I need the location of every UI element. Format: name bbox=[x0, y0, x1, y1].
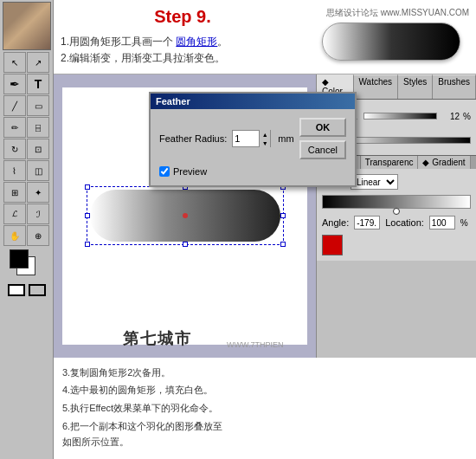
line-tool[interactable]: ╱ bbox=[3, 95, 26, 116]
fill-icon[interactable] bbox=[8, 284, 25, 296]
scale-tool[interactable]: ⊡ bbox=[27, 139, 49, 159]
zoom-tool[interactable]: ⊕ bbox=[27, 225, 49, 246]
mesh-tool[interactable]: ⊞ bbox=[3, 182, 26, 203]
feather-dialog-titlebar: Feather bbox=[151, 94, 355, 109]
feather-radius-input-group: ▲ ▼ bbox=[232, 130, 271, 147]
top-section: Step 9. 1.用圆角矩形工具画一个 圆角矩形。 2.编辑渐变，用渐变工具拉… bbox=[54, 0, 476, 74]
bottom-instructions: 3.复制圆角矩形2次备用。 4.选中最初的圆角矩形，填充白色。 5.执行Effe… bbox=[54, 358, 476, 459]
feather-dialog: Feather Feather Radius: ▲ ▼ bbox=[149, 92, 357, 187]
rotate-tool[interactable]: ↻ bbox=[3, 139, 26, 159]
feather-radius-input[interactable] bbox=[233, 133, 259, 144]
canvas-area: 第七城市 WWW.7THPIEN Feather Feather Radius: bbox=[54, 74, 316, 357]
warp-tool[interactable]: ⌇ bbox=[3, 160, 26, 181]
watermark-text: 思绪设计论坛 www.MISSYUAN.COM bbox=[326, 7, 469, 19]
tab-watches[interactable]: Watches bbox=[354, 74, 399, 99]
location-pct: % bbox=[460, 218, 468, 228]
color-slider-group: K 12 % bbox=[351, 112, 471, 123]
k-pct: % bbox=[463, 112, 471, 121]
dialog-buttons: OK Cancel bbox=[299, 118, 346, 159]
angle-row: Angle: Location: % bbox=[322, 216, 471, 230]
step-title: Step 9. bbox=[61, 7, 305, 27]
handle-bl[interactable] bbox=[85, 242, 90, 247]
instruction-3: 3.复制圆角矩形2次备用。 bbox=[62, 365, 467, 381]
location-label: Location: bbox=[385, 217, 424, 228]
spinner-up[interactable]: ▲ bbox=[260, 130, 270, 139]
feather-unit: mm bbox=[278, 133, 293, 144]
type-tool[interactable]: T bbox=[27, 74, 49, 94]
selected-object[interactable] bbox=[90, 190, 280, 242]
ok-button[interactable]: OK bbox=[299, 118, 346, 137]
canvas-cn-text: 第七城市 bbox=[123, 328, 192, 349]
handle-mr[interactable] bbox=[280, 213, 286, 218]
stroke-icon[interactable] bbox=[29, 284, 46, 296]
preview-rounded-rect bbox=[322, 23, 460, 61]
rect-tool[interactable]: ▭ bbox=[27, 95, 49, 116]
preview-row: Preview bbox=[159, 166, 346, 177]
eyedropper-tool[interactable]: 𝓛 bbox=[3, 204, 26, 224]
pen-tool[interactable]: ✒ bbox=[3, 74, 26, 94]
tab-gradient[interactable]: ◆ Gradient bbox=[418, 156, 470, 169]
direct-select-tool[interactable]: ↗ bbox=[27, 52, 49, 73]
tab-transparency[interactable]: Transparenc bbox=[361, 156, 419, 169]
handle-ml[interactable] bbox=[85, 213, 90, 218]
step-text-1: 1.用圆角矩形工具画一个 圆角矩形。 bbox=[61, 34, 305, 50]
location-input[interactable] bbox=[429, 216, 455, 230]
tab-brushes[interactable]: Brushes bbox=[433, 74, 476, 99]
feather-dialog-body: Feather Radius: ▲ ▼ mm OK bbox=[151, 109, 355, 185]
tool-group: ↖ ↗ ✒ T ╱ ▭ ✏ ⌸ ↻ ⊡ ⌇ ◫ ⊞ ✦ 𝓛 ℐ ✋ ⊕ bbox=[3, 52, 50, 246]
gradient-thumb[interactable] bbox=[393, 208, 400, 215]
cancel-button[interactable]: Cancel bbox=[299, 140, 346, 159]
blend-tool[interactable]: ✦ bbox=[27, 182, 49, 203]
canvas-url-text: WWW.7THPIEN bbox=[227, 340, 284, 349]
foreground-color-box[interactable] bbox=[10, 249, 29, 268]
instruction-6: 6.把一个副本和这个羽化的图形叠放至如图所示位置。 bbox=[62, 418, 467, 450]
instruction-4: 4.选中最初的圆角矩形，填充白色。 bbox=[62, 382, 467, 398]
instruction-5: 5.执行Effect效果菜单下的羽化命令。 bbox=[62, 400, 467, 417]
handle-bc[interactable] bbox=[183, 242, 188, 247]
k-value: 12 bbox=[441, 112, 460, 121]
avatar bbox=[3, 2, 51, 50]
preview-checkbox[interactable] bbox=[159, 166, 170, 177]
feather-radius-row: Feather Radius: ▲ ▼ mm OK bbox=[159, 118, 346, 159]
handle-tl[interactable] bbox=[85, 184, 90, 190]
hand-tool[interactable]: ✋ bbox=[3, 225, 26, 246]
angle-input[interactable] bbox=[354, 216, 380, 230]
step-text-2: 2.编辑渐变，用渐变工具拉渐变色。 bbox=[61, 50, 305, 67]
color-swatch-group bbox=[10, 249, 44, 281]
content-area: Step 9. 1.用圆角矩形工具画一个 圆角矩形。 2.编辑渐变，用渐变工具拉… bbox=[54, 0, 476, 459]
step-instructions: Step 9. 1.用圆角矩形工具画一个 圆角矩形。 2.编辑渐变，用渐变工具拉… bbox=[61, 7, 305, 67]
brush-tool[interactable]: ⌸ bbox=[27, 117, 49, 138]
gradient-tool[interactable]: ◫ bbox=[27, 160, 49, 181]
stroke-fill-icons bbox=[8, 284, 46, 296]
gradient-red-swatch[interactable] bbox=[322, 235, 343, 255]
bottom-section: 3.复制圆角矩形2次备用。 4.选中最初的圆角矩形，填充白色。 5.执行Effe… bbox=[54, 358, 476, 459]
preview-label: Preview bbox=[173, 166, 207, 177]
measure-tool[interactable]: ℐ bbox=[27, 204, 49, 224]
feather-radius-label: Feather Radius: bbox=[159, 133, 227, 144]
middle-section: 第七城市 WWW.7THPIEN Feather Feather Radius: bbox=[54, 74, 476, 357]
highlight-rounded-rect: 圆角矩形 bbox=[176, 36, 217, 48]
k-slider-row: K 12 % bbox=[351, 112, 471, 121]
k-slider[interactable] bbox=[363, 113, 437, 120]
handle-br[interactable] bbox=[280, 242, 286, 247]
spinner: ▲ ▼ bbox=[259, 130, 270, 147]
gradient-swatch-row bbox=[322, 235, 471, 255]
tab-styles[interactable]: Styles bbox=[398, 74, 433, 99]
pencil-tool[interactable]: ✏ bbox=[3, 117, 26, 138]
left-toolbar: ↖ ↗ ✒ T ╱ ▭ ✏ ⌸ ↻ ⊡ ⌇ ◫ ⊞ ✦ 𝓛 ℐ ✋ ⊕ bbox=[0, 0, 54, 459]
angle-label: Angle: bbox=[322, 217, 349, 228]
spinner-down[interactable]: ▼ bbox=[260, 139, 270, 147]
gradient-bar[interactable] bbox=[322, 195, 471, 209]
arrow-tool[interactable]: ↖ bbox=[3, 52, 26, 73]
feather-dialog-title: Feather bbox=[156, 96, 190, 107]
type-select[interactable]: Linear Radial bbox=[351, 174, 398, 190]
preview-area: 思绪设计论坛 www.MISSYUAN.COM bbox=[313, 7, 469, 61]
